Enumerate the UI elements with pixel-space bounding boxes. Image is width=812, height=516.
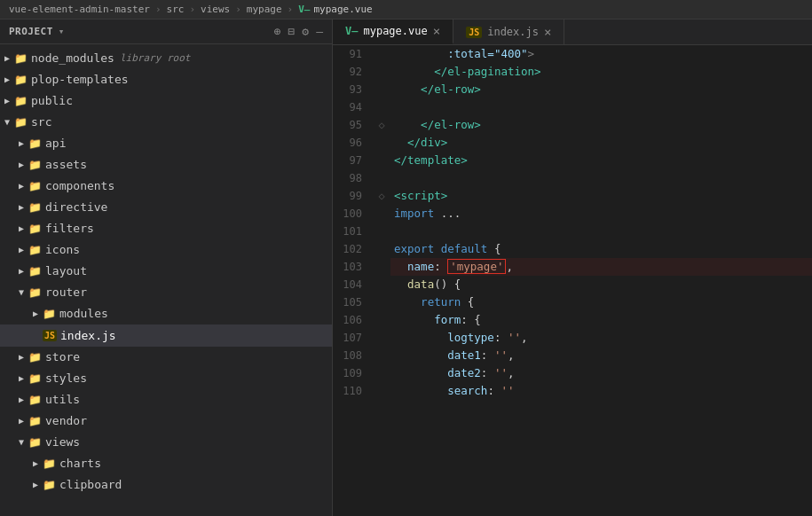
code-line-99: 99◇<script> [333,187,812,205]
folder-icon-utils: 📁 [28,391,42,409]
tree-item-filters[interactable]: ▶📁filters [0,218,332,239]
tree-arrow-src[interactable]: ▼ [0,113,14,131]
line-content-97: </template> [390,152,812,169]
tree-label-clipboard: clipboard [59,476,122,494]
tree-item-clipboard[interactable]: ▶📁clipboard [0,474,332,496]
tree-item-node_modules[interactable]: ▶📁node_moduleslibrary root [0,48,332,69]
tree-item-styles[interactable]: ▶📁styles [0,368,332,389]
tab-js-icon-index-js: JS [466,27,482,38]
breadcrumb-project[interactable]: vue-element-admin-master [9,4,150,15]
tree-item-layout[interactable]: ▶📁layout [0,261,332,282]
tab-close-index-js[interactable]: × [544,26,551,38]
tree-item-assets[interactable]: ▶📁assets [0,154,332,176]
line-number-105: 105 [333,293,373,311]
tree-item-vendor[interactable]: ▶📁vendor [0,410,332,432]
line-content-105: return { [390,293,812,311]
tree-arrow-icons[interactable]: ▶ [14,241,28,259]
tree-extra-node_modules: library root [120,50,190,67]
collapse-icon[interactable]: ⊟ [288,25,296,38]
tree-arrow-charts[interactable]: ▶ [28,455,43,473]
tree-label-modules: modules [59,305,108,323]
tab-index-js[interactable]: JSindex.js× [453,20,564,44]
vue-breadcrumb-icon: V̶ [298,4,310,15]
breadcrumb-mypage[interactable]: mypage [247,4,282,15]
line-number-104: 104 [333,276,373,293]
code-editor[interactable]: 91 :total="400">92 </el-pagination>93 </… [333,45,812,516]
tree-item-public[interactable]: ▶📁public [0,90,332,112]
tree-item-src[interactable]: ▼📁src [0,112,332,133]
sidebar-dropdown-icon[interactable]: ▾ [59,26,65,37]
tree-item-store[interactable]: ▶📁store [0,347,332,368]
tree-item-utils[interactable]: ▶📁utils [0,389,332,410]
line-number-103: 103 [333,258,373,276]
code-line-93: 93 </el-row> [333,81,812,98]
line-content-109: date2: '', [390,364,812,382]
line-number-106: 106 [333,311,373,329]
tab-close-mypage-vue[interactable]: × [433,25,440,37]
line-content-102: export default { [390,240,812,258]
line-number-102: 102 [333,240,373,258]
tree-label-public: public [31,92,73,110]
tree-item-components[interactable]: ▶📁components [0,176,332,197]
line-gutter-99: ◇ [373,187,390,205]
line-content-110: search: '' [390,382,812,400]
folder-icon-router: 📁 [28,284,42,301]
tree-arrow-modules[interactable]: ▶ [28,305,43,323]
code-line-109: 109 date2: '', [333,364,812,382]
folder-icon-icons: 📁 [28,241,42,259]
breadcrumb-src[interactable]: src [167,4,185,15]
folder-icon-store: 📁 [28,348,42,366]
tree-arrow-styles[interactable]: ▶ [14,370,28,387]
tree-label-api: api [45,135,66,152]
code-line-100: 100import ... [333,205,812,223]
tree-item-charts[interactable]: ▶📁charts [0,453,332,474]
line-number-100: 100 [333,205,373,223]
tree-arrow-filters[interactable]: ▶ [14,220,28,238]
tab-mypage-vue[interactable]: V̶mypage.vue× [333,20,453,44]
tree-item-directive[interactable]: ▶📁directive [0,197,332,218]
breadcrumb-views[interactable]: views [201,4,230,15]
tree-item-modules[interactable]: ▶📁modules [0,303,332,324]
tree-arrow-public[interactable]: ▶ [0,92,14,110]
add-folder-icon[interactable]: ⊕ [274,25,281,38]
line-content-99: <script> [390,187,812,205]
code-line-94: 94 [333,98,812,116]
code-line-102: 102export default { [333,240,812,258]
tree-label-plop-templates: plop-templates [31,71,129,89]
code-line-98: 98 [333,169,812,187]
tree-label-charts: charts [59,455,101,473]
tree-arrow-assets[interactable]: ▶ [14,156,28,174]
code-line-92: 92 </el-pagination> [333,63,812,81]
tree-item-api[interactable]: ▶📁api [0,133,332,154]
minimize-icon[interactable]: — [316,25,323,38]
breadcrumb-file[interactable]: mypage.vue [313,4,372,15]
tree-item-views[interactable]: ▼📁views [0,432,332,453]
tree-item-router[interactable]: ▼📁router [0,282,332,303]
tree-arrow-vendor[interactable]: ▶ [14,412,28,430]
tree-arrow-router[interactable]: ▼ [14,284,28,301]
tree-item-index-js[interactable]: JSindex.js [0,324,332,347]
tree-arrow-utils[interactable]: ▶ [14,391,28,409]
tree-arrow-directive[interactable]: ▶ [14,199,28,216]
line-number-107: 107 [333,329,373,347]
folder-icon-clipboard: 📁 [43,476,56,494]
tree-label-icons: icons [45,241,80,259]
tree-arrow-store[interactable]: ▶ [14,348,28,366]
code-line-104: 104 data() { [333,276,812,293]
tree-arrow-clipboard[interactable]: ▶ [28,476,43,494]
tree-item-plop-templates[interactable]: ▶📁plop-templates [0,69,332,90]
tree-arrow-api[interactable]: ▶ [14,135,28,152]
code-line-96: 96 </div> [333,134,812,152]
tree-arrow-components[interactable]: ▶ [14,177,28,195]
tree-item-icons[interactable]: ▶📁icons [0,239,332,261]
tree-arrow-node_modules[interactable]: ▶ [0,50,14,67]
tree-arrow-plop-templates[interactable]: ▶ [0,71,14,89]
tree-label-filters: filters [45,220,94,238]
tree-arrow-views[interactable]: ▼ [14,434,28,451]
settings-icon[interactable]: ⚙ [302,25,309,38]
folder-icon-modules: 📁 [43,305,56,323]
tree-arrow-layout[interactable]: ▶ [14,262,28,280]
breadcrumb: vue-element-admin-master › src › views ›… [0,0,812,20]
folder-icon-plop-templates: 📁 [14,71,28,89]
code-line-97: 97</template> [333,152,812,169]
